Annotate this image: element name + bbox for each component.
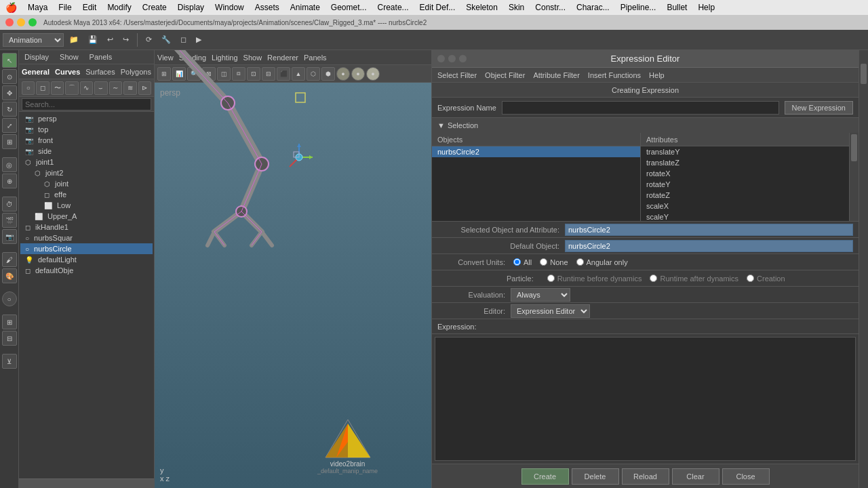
scene-item-joint1[interactable]: ⬡joint1 <box>20 157 153 167</box>
panels-tab[interactable]: Panels <box>84 50 118 64</box>
bullet-menu[interactable]: Bullet <box>667 3 687 12</box>
window-menu[interactable]: Window <box>215 3 244 12</box>
skeleton-menu[interactable]: Skeleton <box>466 3 498 12</box>
lasso-tool-btn[interactable]: ⊙ <box>2 69 17 84</box>
scene-item-persp[interactable]: 📷persp <box>20 113 153 124</box>
object-filter-menu[interactable]: Object Filter <box>485 71 525 79</box>
right-scrollbar[interactable] <box>859 50 868 488</box>
scene-item-Low[interactable]: ⬜Low <box>20 200 153 211</box>
expr-close-btn[interactable] <box>437 55 445 62</box>
curves-menu-item[interactable]: Curves <box>55 68 80 76</box>
editdef-menu[interactable]: Edit Def... <box>420 3 456 12</box>
scene-item-Upper_A[interactable]: ⬜Upper_A <box>20 211 153 222</box>
general-menu-item[interactable]: General <box>22 68 50 76</box>
scene-item-nurbsSquar[interactable]: ○nurbsSquar <box>20 232 153 243</box>
paint2-btn[interactable]: 🎨 <box>2 268 17 283</box>
circle-btn[interactable]: ○ <box>2 291 17 306</box>
render-btn[interactable]: 🎬 <box>2 213 17 228</box>
toolbar-icon-3[interactable]: ↩ <box>103 34 117 45</box>
move-tool-btn[interactable]: ✥ <box>2 85 17 100</box>
create-menu[interactable]: Create <box>142 3 167 12</box>
ct-btn-5[interactable]: ∿ <box>80 81 93 95</box>
select-tool-btn[interactable]: ↖ <box>2 53 17 68</box>
close-window-dot[interactable] <box>5 18 14 26</box>
attr-item-scaleX[interactable]: scaleX <box>641 201 849 211</box>
expr-max-btn[interactable] <box>459 55 467 62</box>
attr-item-translateZ[interactable]: translateZ <box>641 157 849 168</box>
create2-menu[interactable]: Create... <box>378 3 409 12</box>
show-manip-btn[interactable]: ⊕ <box>2 174 17 188</box>
constr-menu[interactable]: Constr... <box>535 3 566 12</box>
new-expression-btn[interactable]: New Expression <box>785 101 853 115</box>
vt-btn-cam2[interactable]: ● <box>351 67 365 81</box>
vt-btn-cam1[interactable]: ● <box>336 67 350 81</box>
scene-item-nurbsCircle[interactable]: ○nurbsCircle <box>20 243 153 254</box>
toolbar-icon-7[interactable]: ◻ <box>176 34 191 45</box>
scene-item-ikHandle1[interactable]: ◻ikHandle1 <box>20 222 153 232</box>
scene-search-input[interactable] <box>22 98 151 110</box>
scale-tool-btn[interactable]: ⤢ <box>2 118 17 133</box>
scene-item-side[interactable]: 📷side <box>20 146 153 157</box>
scene-item-front[interactable]: 📷front <box>20 135 153 146</box>
scene-item-defaultObje[interactable]: ◻defaultObje <box>20 265 153 276</box>
ct-btn-6[interactable]: ⌣ <box>94 81 107 95</box>
help-menu-expr[interactable]: Help <box>649 71 665 79</box>
surfaces-menu-item[interactable]: Surfaces <box>85 68 115 76</box>
mode-select[interactable]: Animation <box>3 33 64 47</box>
maximize-window-dot[interactable] <box>28 18 37 26</box>
toolbar-icon-8[interactable]: ▶ <box>192 34 205 45</box>
history-btn[interactable]: ⏱ <box>2 197 17 211</box>
selection-header[interactable]: ▼ Selection <box>432 118 859 133</box>
ct-btn-1[interactable]: ○ <box>22 81 35 95</box>
grid2-btn[interactable]: ⊟ <box>2 331 17 346</box>
scene-item-joint2[interactable]: ⬡joint2 <box>20 167 153 178</box>
soft-sel-btn[interactable]: ◎ <box>2 157 17 172</box>
expression-textarea[interactable] <box>435 337 856 461</box>
paint-btn[interactable]: 🖌 <box>2 252 17 267</box>
toolbar-icon-1[interactable]: 📁 <box>65 34 83 45</box>
snap-btn[interactable]: ⊻ <box>2 354 17 369</box>
minimize-window-dot[interactable] <box>17 18 25 26</box>
insert-functions-menu[interactable]: Insert Functions <box>588 71 641 79</box>
ct-btn-9[interactable]: ⊳ <box>138 81 151 95</box>
evaluation-select[interactable]: Always On demand Never <box>511 288 570 302</box>
scene-item-defaultLight[interactable]: 💡defaultLight <box>20 254 153 265</box>
selection-scrollbar[interactable] <box>849 133 859 221</box>
attr-item-translateY[interactable]: translateY <box>641 146 849 157</box>
skin-menu[interactable]: Skin <box>509 3 524 12</box>
polygons-menu-item[interactable]: Polygons <box>121 68 151 76</box>
clear-btn[interactable]: Clear <box>672 468 719 485</box>
runtime-before-radio[interactable] <box>547 274 555 282</box>
geomet-menu[interactable]: Geomet... <box>331 3 367 12</box>
edit-menu[interactable]: Edit <box>83 3 97 12</box>
close-btn[interactable]: Close <box>722 468 770 485</box>
apple-menu[interactable]: 🍎 <box>5 2 17 13</box>
vt-btn-cam3[interactable]: ● <box>366 67 380 81</box>
selected-object-attr-input[interactable] <box>565 224 853 236</box>
convert-angular-radio[interactable] <box>576 258 584 266</box>
charac-menu[interactable]: Charac... <box>576 3 610 12</box>
pipeline-menu[interactable]: Pipeline... <box>620 3 656 12</box>
scene-item-effe[interactable]: ◻effe <box>20 189 153 200</box>
runtime-after-radio[interactable] <box>650 274 657 282</box>
default-object-input[interactable] <box>565 240 853 252</box>
rotate-tool-btn[interactable]: ↻ <box>2 102 17 117</box>
ct-btn-3[interactable]: 〜 <box>51 81 64 95</box>
attr-item-rotateX[interactable]: rotateX <box>641 168 849 179</box>
assets-menu[interactable]: Assets <box>255 3 279 12</box>
convert-none-radio[interactable] <box>540 258 547 266</box>
scene-scrollbar[interactable] <box>19 479 154 488</box>
editor-select[interactable]: Expression Editor Text Editor <box>511 304 590 318</box>
ct-btn-8[interactable]: ≋ <box>123 81 136 95</box>
animate-menu[interactable]: Animate <box>290 3 320 12</box>
expression-name-input[interactable] <box>502 101 779 115</box>
select-filter-menu[interactable]: Select Filter <box>437 71 477 79</box>
ct-btn-2[interactable]: ◻ <box>36 81 49 95</box>
display-menu[interactable]: Display <box>178 3 204 12</box>
creation-radio[interactable] <box>747 274 754 282</box>
attribute-filter-menu[interactable]: Attribute Filter <box>533 71 579 79</box>
ipr-btn[interactable]: 📷 <box>2 229 17 244</box>
grid-btn[interactable]: ⊞ <box>2 314 17 329</box>
ct-btn-7[interactable]: ∼ <box>109 81 122 95</box>
transform-tool-btn[interactable]: ⊞ <box>2 134 17 149</box>
